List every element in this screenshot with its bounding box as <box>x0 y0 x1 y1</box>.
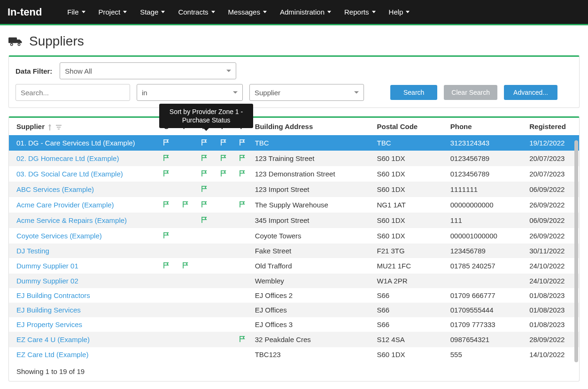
cell-postal: S60 1DX <box>374 228 447 244</box>
sort-asc-icon <box>47 124 52 130</box>
table-footer-info: Showing 1 to 19 of 19 <box>9 362 579 381</box>
supplier-link[interactable]: EJ Property Services <box>16 320 82 328</box>
table-row[interactable]: 01. DG - Care Services Ltd (Example)TBCT… <box>9 135 579 151</box>
table-row[interactable]: Acme Service & Repairs (Example)345 Impo… <box>9 213 579 228</box>
nav-item-project[interactable]: Project <box>92 0 134 25</box>
flag-icon <box>182 261 189 269</box>
cell-registered: 06/09/2022 <box>526 182 579 197</box>
flag-icon <box>201 200 208 208</box>
cell-phone: 01709555444 <box>448 303 526 317</box>
flag-cell <box>195 317 214 332</box>
flag-icon <box>201 169 208 177</box>
flag-icon <box>239 138 246 146</box>
flag-cell <box>157 288 176 303</box>
flag-cell <box>195 182 214 197</box>
chevron-down-icon <box>211 11 215 13</box>
supplier-link[interactable]: Dummy Supplier 02 <box>16 277 78 285</box>
flag-cell <box>214 228 233 244</box>
nav-item-help[interactable]: Help <box>382 0 417 25</box>
col-header-address[interactable]: Building Address <box>252 118 374 135</box>
flag-cell <box>233 347 252 362</box>
table-row[interactable]: EZ Care 4 U (Example)32 Peakdale CresS12… <box>9 332 579 347</box>
col-header-phone[interactable]: Phone <box>448 118 526 135</box>
cell-postal: S60 1DX <box>374 182 447 197</box>
cell-address: TBC123 <box>252 347 374 362</box>
supplier-link[interactable]: EZ Care 4 U (Example) <box>16 336 90 343</box>
flag-cell <box>233 332 252 347</box>
table-row[interactable]: Dummy Supplier 02WembleyW1A 2PR24/10/202… <box>9 274 579 288</box>
cell-postal: S12 4SA <box>374 332 447 347</box>
supplier-link[interactable]: Acme Service & Repairs (Example) <box>16 216 127 224</box>
col-header-postal[interactable]: Postal Code <box>374 118 447 135</box>
search-input[interactable] <box>15 84 130 101</box>
flag-cell <box>157 244 176 258</box>
supplier-link[interactable]: DJ Testing <box>16 247 49 255</box>
table-row[interactable]: EJ Building ContractorsEJ Offices 2S6601… <box>9 288 579 303</box>
flag-cell <box>157 182 176 197</box>
filter-panel: Data Filter: Show All in Supplier Search… <box>8 55 580 108</box>
flag-cell <box>157 332 176 347</box>
nav-item-reports[interactable]: Reports <box>338 0 382 25</box>
flag-cell <box>233 197 252 213</box>
table-row[interactable]: DJ TestingFake StreetF21 3TG12345678930/… <box>9 244 579 258</box>
flag-cell <box>176 197 195 213</box>
chevron-down-icon <box>161 11 165 13</box>
column-sort-tooltip: Sort by Provider Zone 1 - Purchase Statu… <box>159 104 253 128</box>
table-row[interactable]: 02. DG Homecare Ltd (Example)123 Trainin… <box>9 151 579 166</box>
flag-cell <box>214 213 233 228</box>
flag-cell <box>195 258 214 274</box>
brand: In-tend <box>8 6 42 18</box>
table-row[interactable]: EJ Building ServicesEJ OfficesS660170955… <box>9 303 579 317</box>
supplier-link[interactable]: EJ Building Contractors <box>16 291 90 299</box>
advanced-button[interactable]: Advanced... <box>504 85 557 100</box>
supplier-link[interactable]: Coyote Services (Example) <box>16 232 102 240</box>
svg-rect-6 <box>57 127 61 128</box>
chevron-down-icon <box>354 92 359 94</box>
flag-cell <box>233 135 252 151</box>
table-row[interactable]: EZ Care Ltd (Example)TBC123S60 1DX55514/… <box>9 347 579 362</box>
supplier-link[interactable]: EZ Care Ltd (Example) <box>16 351 88 358</box>
flag-cell <box>176 347 195 362</box>
flag-cell <box>195 197 214 213</box>
col-header-registered[interactable]: Registered <box>526 118 579 135</box>
supplier-link[interactable]: EJ Building Services <box>16 306 81 314</box>
flag-cell <box>176 135 195 151</box>
filter-field-select[interactable]: Supplier <box>249 84 364 101</box>
cell-phone: 000001000000 <box>448 228 526 244</box>
nav-item-contracts[interactable]: Contracts <box>171 0 221 25</box>
nav-item-stage[interactable]: Stage <box>133 0 171 25</box>
flag-cell <box>176 244 195 258</box>
table-row[interactable]: Dummy Supplier 01Old TraffordMU21 1FC017… <box>9 258 579 274</box>
cell-address: The Supply Warehouse <box>252 197 374 213</box>
supplier-link[interactable]: Acme Care Provider (Example) <box>16 201 114 209</box>
page-title: Suppliers <box>29 34 84 49</box>
supplier-link[interactable]: ABC Services (Example) <box>16 185 94 193</box>
nav-item-messages[interactable]: Messages <box>222 0 273 25</box>
flag-cell <box>176 332 195 347</box>
cell-registered: 26/09/2022 <box>526 228 579 244</box>
chevron-down-icon <box>226 70 231 72</box>
flag-cell <box>214 347 233 362</box>
table-row[interactable]: 03. DG Social Care Ltd (Example)123 Demo… <box>9 166 579 182</box>
cell-address: 32 Peakdale Cres <box>252 332 374 347</box>
table-row[interactable]: ABC Services (Example)123 Import StreetS… <box>9 182 579 197</box>
col-header-supplier[interactable]: Supplier <box>9 118 157 135</box>
page-header: Suppliers <box>8 34 580 49</box>
supplier-link[interactable]: 02. DG Homecare Ltd (Example) <box>16 154 119 162</box>
cell-postal: S60 1DX <box>374 166 447 182</box>
filter-show-all-select[interactable]: Show All <box>60 62 236 79</box>
search-button[interactable]: Search <box>390 85 437 100</box>
table-row[interactable]: Acme Care Provider (Example)The Supply W… <box>9 197 579 213</box>
scrollbar[interactable] <box>574 140 578 362</box>
flag-cell <box>176 303 195 317</box>
supplier-link[interactable]: 01. DG - Care Services Ltd (Example) <box>16 139 135 147</box>
supplier-link[interactable]: Dummy Supplier 01 <box>16 262 78 270</box>
nav-item-administration[interactable]: Administration <box>273 0 338 25</box>
table-row[interactable]: EJ Property ServicesEJ Offices 3S6601709… <box>9 317 579 332</box>
nav-item-file[interactable]: File <box>61 0 92 25</box>
table-row[interactable]: Coyote Services (Example)Coyote TowersS6… <box>9 228 579 244</box>
supplier-link[interactable]: 03. DG Social Care Ltd (Example) <box>16 170 123 178</box>
flag-cell <box>176 317 195 332</box>
clear-search-button[interactable]: Clear Search <box>444 85 497 100</box>
filter-operator-select[interactable]: in <box>137 84 243 101</box>
